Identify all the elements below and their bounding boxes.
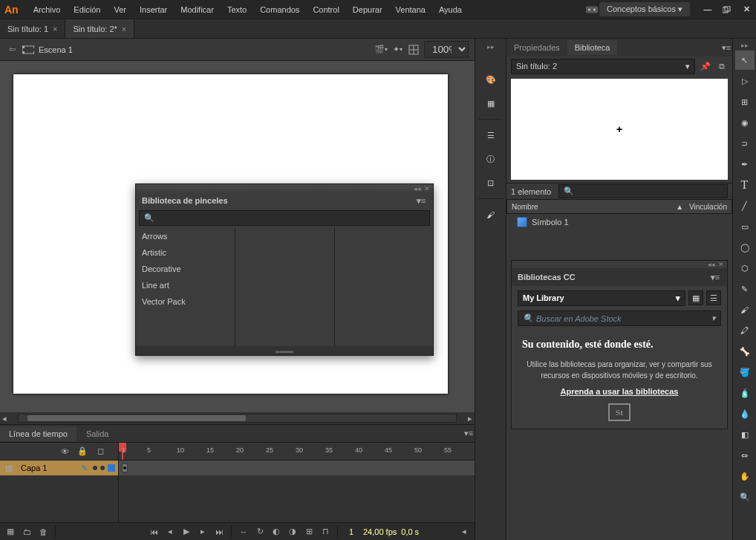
col-name[interactable]: Nombre — [512, 203, 676, 211]
tab-output[interactable]: Salida — [77, 426, 118, 441]
library-search[interactable]: 🔍 — [558, 184, 728, 198]
lock-dot[interactable] — [100, 466, 105, 470]
brush-category[interactable]: Artistic — [136, 244, 235, 261]
brush-category[interactable]: Line art — [136, 277, 235, 293]
brush-category[interactable]: Arrows — [136, 228, 235, 244]
subselect-tool[interactable]: ▷ — [735, 71, 755, 91]
onion-skin-icon[interactable]: ◐ — [270, 526, 282, 538]
paint-bucket-tool[interactable]: 🪣 — [735, 362, 755, 382]
brush-tool[interactable]: 🖍 — [735, 321, 755, 340]
oval-tool[interactable]: ◯ — [735, 238, 755, 257]
new-layer-icon[interactable]: ▦ — [4, 526, 16, 538]
back-arrow-icon[interactable]: ⇦ — [6, 44, 18, 56]
panel-menu-icon[interactable]: ▾≡ — [415, 195, 427, 206]
loop-icon[interactable]: ↻ — [254, 526, 266, 538]
col-link[interactable]: Vinculación — [689, 203, 727, 211]
outline-swatch[interactable] — [108, 464, 115, 472]
minimize-button[interactable]: — — [703, 4, 713, 15]
new-lib-icon[interactable]: ⧉ — [716, 60, 728, 72]
close-icon[interactable]: ✕ — [424, 185, 430, 192]
center-frame-icon[interactable]: ↔ — [238, 526, 250, 538]
library-doc-select[interactable]: Sin título: 2 ▾ — [511, 59, 695, 74]
timeline-ruler[interactable]: 1 5 10 15 20 25 30 35 40 45 50 55 — [119, 443, 475, 461]
panel-menu-icon[interactable]: ▾≡ — [463, 428, 475, 440]
maximize-button[interactable] — [722, 4, 732, 15]
collapse-icon[interactable]: ◂◂ — [708, 261, 715, 268]
cc-search-input[interactable]: 🔍 Buscar en Adobe Stock ▾ — [518, 310, 721, 326]
goto-first-icon[interactable]: ⏮ — [148, 526, 160, 538]
keyframe[interactable] — [122, 463, 128, 472]
transform-panel-icon[interactable]: ⊡ — [480, 172, 502, 194]
adobe-stock-icon[interactable]: St — [608, 403, 630, 421]
zoom-select[interactable]: 100% — [424, 41, 469, 58]
resize-grip[interactable]: ▬▬▬ — [136, 346, 433, 355]
menu-commands[interactable]: Comandos — [254, 2, 305, 17]
play-icon[interactable]: ▶ — [180, 526, 192, 538]
library-item[interactable]: Símbolo 1 — [506, 214, 732, 230]
close-tab-icon[interactable]: × — [122, 25, 126, 33]
ink-bottle-tool[interactable]: 🧴 — [735, 383, 755, 403]
brush-category[interactable]: Decorative — [136, 261, 235, 277]
menu-help[interactable]: Ayuda — [433, 2, 468, 17]
eraser-tool[interactable]: ◧ — [735, 425, 755, 444]
scroll-left-icon[interactable]: ◂ — [458, 526, 470, 538]
free-transform-tool[interactable]: ⊞ — [735, 92, 755, 111]
text-tool[interactable]: T — [735, 175, 755, 195]
new-folder-icon[interactable]: 🗀 — [21, 526, 33, 538]
menu-text[interactable]: Texto — [221, 2, 252, 17]
menu-edit[interactable]: Edición — [68, 2, 106, 17]
pen-tool[interactable]: ✒ — [735, 154, 755, 174]
tab-timeline[interactable]: Línea de tiempo — [0, 426, 76, 441]
outline-icon[interactable]: ◻ — [94, 446, 106, 458]
menu-view[interactable]: Ver — [108, 2, 132, 17]
width-tool[interactable]: ⇔ — [735, 446, 755, 465]
menu-window[interactable]: Ventana — [390, 2, 431, 17]
cc-learn-link[interactable]: Aprenda a usar las bibliotecas — [561, 387, 679, 396]
paint-brush-tool[interactable]: 🖌 — [735, 300, 755, 319]
polystar-tool[interactable]: ⬡ — [735, 258, 755, 278]
goto-last-icon[interactable]: ⏭ — [213, 526, 225, 538]
close-tab-icon[interactable]: × — [53, 25, 57, 33]
lasso-tool[interactable]: ⊃ — [735, 134, 755, 153]
brush-category[interactable]: Vector Pack — [136, 293, 235, 310]
tab-library[interactable]: Biblioteca — [567, 40, 618, 55]
close-icon[interactable]: ✕ — [718, 261, 724, 268]
eye-icon[interactable]: 👁 — [59, 446, 71, 458]
rectangle-tool[interactable]: ▭ — [735, 217, 755, 236]
brush-panel-icon[interactable]: 🖌 — [480, 204, 502, 226]
align-panel-icon[interactable]: ☰ — [480, 124, 502, 146]
eyedropper-tool[interactable]: 💧 — [735, 404, 755, 423]
clapboard-icon[interactable]: 🎬▾ — [375, 44, 387, 56]
selection-tool[interactable]: ↖ — [735, 51, 755, 70]
edit-symbol-icon[interactable]: ✦▾ — [391, 44, 403, 56]
fit-icon[interactable] — [408, 44, 420, 56]
list-view-icon[interactable]: ☰ — [706, 290, 721, 305]
onion-outline-icon[interactable]: ◑ — [287, 526, 299, 538]
cc-library-select[interactable]: My Library▾ — [518, 290, 685, 306]
sort-icon[interactable]: ▲ — [676, 203, 683, 211]
delete-layer-icon[interactable]: 🗑 — [37, 526, 49, 538]
workspace-switcher[interactable]: Conceptos básicos ▾ — [599, 2, 690, 16]
lock-icon[interactable]: 🔒 — [76, 446, 88, 458]
panel-menu-icon[interactable]: ▾≡ — [709, 271, 721, 283]
menu-modify[interactable]: Modificar — [175, 2, 220, 17]
hand-tool[interactable]: ✋ — [735, 466, 755, 486]
doc-tab-2[interactable]: Sin título: 2* × — [65, 19, 134, 38]
markers-icon[interactable]: ⊓ — [319, 526, 331, 538]
close-button[interactable]: ✕ — [741, 4, 752, 15]
zoom-tool[interactable]: 🔍 — [735, 487, 755, 507]
collapse-icon[interactable]: ◂◂ — [414, 185, 421, 192]
grid-view-icon[interactable]: ▦ — [688, 290, 703, 305]
scroll-thumb[interactable] — [27, 415, 247, 421]
info-panel-icon[interactable]: ⓘ — [480, 148, 502, 170]
h-scrollbar[interactable]: ◂ ▸ — [0, 412, 475, 424]
3d-rotate-tool[interactable]: ◉ — [735, 113, 755, 132]
brush-search-input[interactable]: 🔍 — [139, 210, 430, 226]
sync-icon[interactable] — [586, 4, 598, 16]
menu-file[interactable]: Archivo — [27, 2, 67, 17]
menu-debug[interactable]: Depurar — [347, 2, 388, 17]
pin-icon[interactable]: 📌 — [700, 60, 711, 72]
step-back-icon[interactable]: ◂ — [164, 526, 176, 538]
line-tool[interactable]: ╱ — [735, 196, 755, 215]
step-fwd-icon[interactable]: ▸ — [197, 526, 209, 538]
